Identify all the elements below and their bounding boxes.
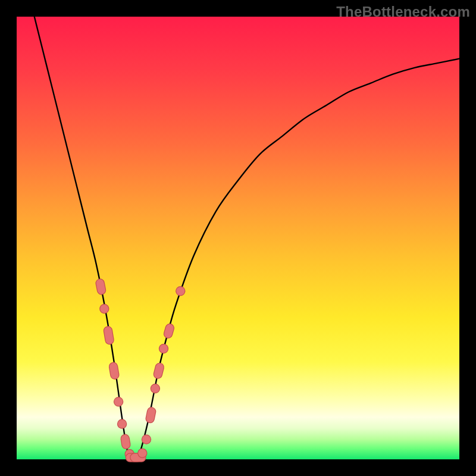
marker-dot — [138, 449, 146, 458]
marker-dot — [159, 345, 168, 353]
marker-pill — [168, 328, 170, 334]
marker-dot — [142, 436, 151, 444]
marker-pill — [125, 439, 126, 444]
marker-pill — [108, 331, 109, 340]
bottleneck-curve — [35, 17, 459, 461]
curve-layer — [17, 17, 459, 459]
marker-dot — [114, 397, 123, 406]
marker-pill — [158, 367, 159, 374]
chart-frame: TheBottleneck.com — [0, 0, 476, 476]
marker-pill — [114, 367, 115, 375]
marker-dot — [100, 305, 108, 313]
plot-area — [17, 17, 459, 459]
watermark-text: TheBottleneck.com — [336, 4, 470, 20]
marker-dot — [176, 287, 184, 295]
marker-dot — [118, 419, 126, 428]
marker-pill — [100, 283, 101, 290]
marker-pill — [150, 412, 151, 419]
marker-dot — [151, 384, 159, 393]
